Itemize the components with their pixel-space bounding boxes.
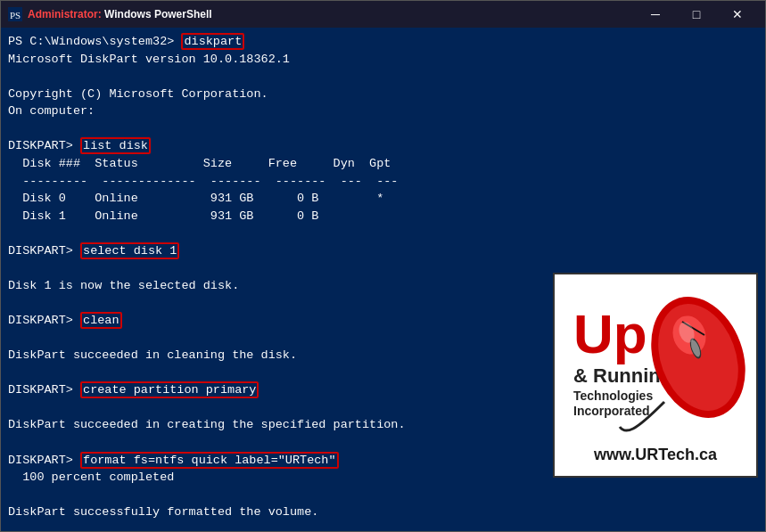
prompt-2: DISKPART>	[8, 139, 73, 152]
output-cleaned: DiskPart succeeded in cleaning the disk.	[8, 348, 297, 362]
prompt-1: PS C:\Windows\system32>	[8, 35, 174, 48]
cmd-selectdisk: select disk 1	[80, 242, 179, 259]
svg-text:PS: PS	[10, 10, 21, 20]
title-admin: Administrator:	[28, 8, 104, 20]
svg-text:Technologies: Technologies	[573, 389, 653, 403]
logo-panel: Up & Running Technologies Incorporated	[553, 273, 758, 478]
close-button[interactable]: ✕	[717, 1, 758, 28]
maximize-button[interactable]: □	[676, 1, 717, 28]
output-created: DiskPart succeeded in creating the speci…	[8, 418, 406, 431]
logo-container: Up & Running Technologies Incorporated	[555, 274, 756, 476]
prompt-4: DISKPART>	[8, 314, 73, 327]
table-divider: --------- ------------- ------- ------- …	[8, 175, 398, 188]
output-selected: Disk 1 is now the selected disk.	[8, 279, 239, 292]
table-header: Disk ### Status Size Free Dyn Gpt	[8, 157, 391, 170]
powershell-window: PS Administrator: Windows PowerShell ─ □…	[0, 0, 766, 532]
svg-text:Up: Up	[573, 303, 647, 364]
window-title: Administrator: Windows PowerShell	[28, 8, 630, 20]
title-app: Windows PowerShell	[104, 8, 212, 20]
output-version: Microsoft DiskPart version 10.0.18362.1	[8, 53, 290, 66]
table-row-1: Disk 0 Online 931 GB 0 B *	[8, 192, 383, 205]
cmd-clean: clean	[80, 312, 122, 329]
prompt-5: DISKPART>	[8, 383, 73, 397]
prompt-3: DISKPART>	[8, 244, 73, 258]
cmd-createpartition: create partition primary	[80, 381, 259, 398]
cmd-listdisk: list disk	[80, 137, 151, 154]
output-formatted: DiskPart successfully formatted the volu…	[8, 505, 318, 519]
minimize-button[interactable]: ─	[635, 1, 676, 28]
output-percent: 100 percent completed	[8, 471, 174, 484]
cmd-diskpart: diskpart	[181, 33, 244, 50]
prompt-6: DISKPART>	[8, 454, 73, 467]
logo-url: www.URTech.ca	[594, 446, 717, 464]
logo-svg: Up & Running Technologies Incorporated	[557, 286, 754, 442]
window-controls: ─ □ ✕	[635, 1, 758, 28]
title-bar: PS Administrator: Windows PowerShell ─ □…	[1, 1, 765, 28]
output-copyright: Copyright (C) Microsoft Corporation.	[8, 87, 268, 101]
terminal-area[interactable]: PS C:\Windows\system32> diskpart Microso…	[1, 28, 765, 531]
powershell-icon: PS	[8, 7, 22, 21]
svg-text:Incorporated: Incorporated	[573, 404, 650, 418]
table-row-2: Disk 1 Online 931 GB 0 B	[8, 209, 318, 223]
output-computer: On computer:	[8, 104, 95, 118]
svg-text:&: &	[573, 364, 588, 387]
cmd-format: format fs=ntfs quick label="URTech"	[80, 452, 339, 469]
